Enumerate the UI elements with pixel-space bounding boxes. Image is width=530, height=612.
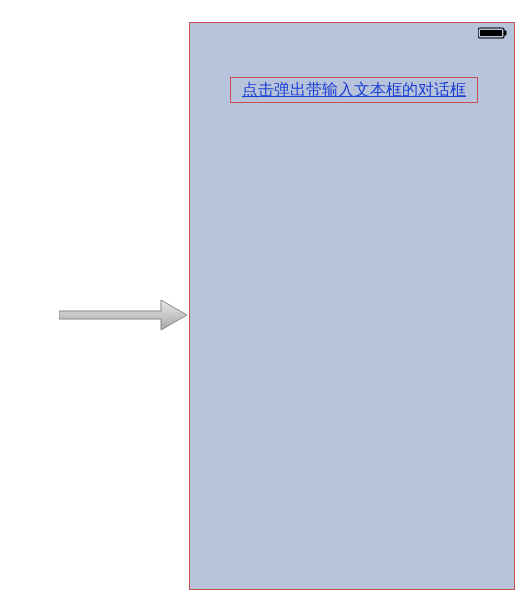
open-input-dialog-button[interactable]: 点击弹出带输入文本框的对话框 — [230, 77, 478, 103]
button-label: 点击弹出带输入文本框的对话框 — [242, 78, 466, 102]
arrow-icon — [59, 297, 189, 333]
battery-icon — [478, 27, 508, 39]
device-frame: 点击弹出带输入文本框的对话框 — [189, 22, 515, 590]
svg-rect-2 — [480, 30, 502, 36]
svg-rect-1 — [504, 31, 507, 36]
